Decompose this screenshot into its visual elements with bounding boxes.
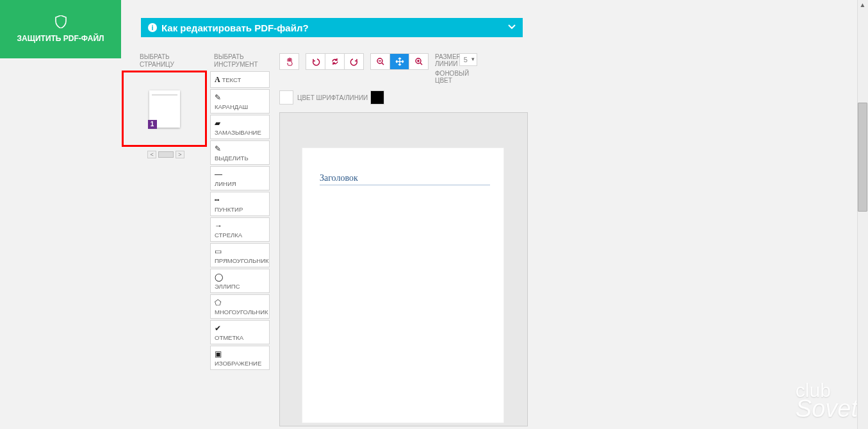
redo-button[interactable] (344, 53, 364, 70)
zoom-out-button[interactable] (370, 53, 390, 70)
line-size-group: РАЗМЕРЛИНИИ 5 ФОНОВЫЙЦВЕТ (435, 53, 477, 84)
tool-pencil[interactable]: ✎КАРАНДАШ (210, 89, 270, 114)
zoom-toolbar (370, 53, 429, 70)
dashed-icon: ┅ (215, 196, 265, 205)
document-page[interactable]: Заголовок (302, 147, 504, 423)
font-color-swatch-white[interactable] (279, 90, 293, 105)
highlight-icon: ✎ (215, 144, 265, 153)
page-thumbnail[interactable]: 1 (122, 71, 207, 147)
tool-highlight[interactable]: ✎ВЫДЕЛИТЬ (210, 140, 270, 165)
undo-button[interactable] (306, 53, 325, 70)
page-selector-panel: ВЫБРАТЬСТРАНИЦУ 1 < > (122, 53, 210, 158)
tool-line[interactable]: —ЛИНИЯ (210, 166, 270, 190)
move-button[interactable] (389, 53, 409, 70)
erase-icon: ▰ (215, 119, 265, 128)
action-toolbar (279, 53, 299, 70)
line-size-label: РАЗМЕРЛИНИИ (435, 53, 457, 67)
font-color-label: ЦВЕТ ШРИФТА/ЛИНИИ (297, 94, 368, 101)
tool-ellipse[interactable]: ◯ЭЛЛИПС (210, 269, 270, 293)
tool-arrow[interactable]: →СТРЕЛКА (210, 217, 270, 242)
scroll-up-arrow[interactable]: ▲ (858, 0, 867, 10)
polygon-icon: ⬠ (215, 298, 265, 307)
page-select-label: ВЫБРАТЬСТРАНИЦУ (122, 53, 210, 69)
help-banner[interactable]: i Как редактировать PDF-файл? (141, 18, 523, 37)
info-icon: i (147, 22, 158, 33)
canvas-panel: РАЗМЕРЛИНИИ 5 ФОНОВЫЙЦВЕТ ЦВЕТ ШРИФТА/ЛИ… (279, 53, 596, 426)
tool-rectangle[interactable]: ▭ПРЯМОУГОЛЬНИК (210, 243, 270, 267)
tools-panel: ВЫБРАТЬИНСТРУМЕНТ A ТЕКСТ ✎КАРАНДАШ ▰ЗАМ… (210, 53, 277, 371)
image-icon: ▣ (215, 349, 265, 358)
scroll-thumb[interactable] (858, 103, 867, 212)
bgcolor-label: ФОНОВЫЙЦВЕТ (435, 70, 477, 84)
zoom-in-button[interactable] (409, 53, 429, 70)
document-title: Заголовок (320, 173, 490, 185)
pager-prev-button[interactable]: < (147, 151, 156, 158)
page-thumb-page: 1 (149, 90, 180, 128)
page-pager: < > (122, 151, 210, 158)
protect-pdf-label: ЗАЩИТИТЬ PDF-ФАЙЛ (17, 34, 104, 43)
help-banner-text: Как редактировать PDF-файл? (161, 22, 309, 33)
check-icon: ✔ (215, 324, 265, 333)
page-number-badge: 1 (148, 120, 157, 129)
tool-checkmark[interactable]: ✔ОТМЕТКА (210, 320, 270, 344)
shield-icon (55, 15, 67, 34)
rectangle-icon: ▭ (215, 247, 265, 256)
tool-polygon[interactable]: ⬠МНОГОУГОЛЬНИК (210, 294, 270, 319)
svg-line-6 (420, 63, 422, 65)
text-icon: A (215, 75, 220, 84)
font-color-row: ЦВЕТ ШРИФТА/ЛИНИИ (279, 90, 596, 105)
line-icon: — (215, 170, 265, 179)
tool-erase[interactable]: ▰ЗАМАЗЫВАНИЕ (210, 115, 270, 139)
history-toolbar (306, 53, 364, 70)
tools-label: ВЫБРАТЬИНСТРУМЕНТ (210, 53, 277, 71)
tool-image[interactable]: ▣ИЗОБРАЖЕНИЕ (210, 346, 270, 370)
page-scrollbar[interactable]: ▲ (857, 0, 868, 429)
hand-tool-button[interactable] (279, 53, 299, 70)
pencil-icon: ✎ (215, 93, 265, 102)
svg-line-3 (382, 63, 384, 65)
tool-text[interactable]: A ТЕКСТ (210, 71, 270, 88)
arrow-icon: → (215, 221, 265, 230)
document-viewport[interactable]: Заголовок (279, 112, 528, 426)
pager-track[interactable] (158, 151, 174, 158)
protect-pdf-button[interactable]: ЗАЩИТИТЬ PDF-ФАЙЛ (0, 0, 121, 58)
tool-dashed[interactable]: ┅ПУНКТИР (210, 192, 270, 216)
line-size-select[interactable]: 5 (459, 53, 477, 66)
svg-text:i: i (151, 24, 153, 31)
pager-next-button[interactable]: > (176, 151, 184, 158)
font-color-swatch-black[interactable] (370, 90, 384, 105)
chevron-down-icon (507, 22, 516, 33)
refresh-button[interactable] (325, 53, 345, 70)
watermark: club Sovet (796, 380, 858, 423)
ellipse-icon: ◯ (215, 273, 265, 282)
